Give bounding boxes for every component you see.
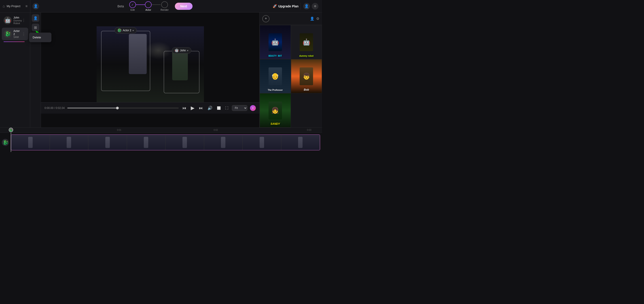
actor-card-dummy[interactable]: 🤖 dummy robot [291, 25, 322, 59]
actor-card-sandy[interactable]: 👧 SANDY [260, 93, 291, 128]
timeline-ruler: 0:01 0:02 0:03 [0, 128, 322, 133]
actor-card-sandy-label: SANDY [260, 122, 291, 126]
step-edit-label: Edit [130, 8, 135, 11]
actor2-avatar-small: 🐉 [118, 28, 122, 32]
rp-user-icon[interactable]: 👤 [310, 16, 314, 21]
actor-card-professor-label: The Professor [260, 89, 291, 91]
menu-icon[interactable]: ≡ [26, 4, 28, 8]
frame-1 [11, 135, 50, 150]
fit-select[interactable]: Fit Fill 100% [232, 105, 247, 111]
user-profile-icon[interactable]: 👤 [303, 3, 310, 9]
playhead[interactable]: 🐉 [11, 133, 11, 152]
topbar-avatar-col: 👤 [30, 0, 41, 12]
actor-card-dummy-label: dummy robot [291, 55, 322, 57]
main-layout: 🤖 John Dummy Robot ⋮ 🐉 Actor 2 SAM ⋮ ➤ ➤ [0, 12, 322, 128]
info-button[interactable]: i [250, 105, 256, 111]
step-render-circle [161, 1, 168, 8]
step-actor-label: Actor [145, 8, 151, 11]
step-connector-1 [136, 4, 145, 5]
fullscreen-button[interactable]: ⛶ [224, 106, 229, 110]
frame-6 [204, 135, 243, 150]
crop-button[interactable]: ⬜ [216, 106, 222, 110]
timeline-track[interactable] [11, 134, 320, 151]
home-icon[interactable]: ⌂ [3, 4, 5, 8]
actor2-box-label: Actor 2 [123, 29, 131, 32]
step-render[interactable]: Render [160, 1, 168, 11]
person-add-icon-btn[interactable]: 👤 [32, 14, 39, 22]
step-actor-circle [145, 1, 152, 8]
progress-bar[interactable] [67, 108, 179, 109]
frame-3 [88, 135, 127, 150]
right-panel-icons: 👤 ⚙ [310, 16, 319, 21]
timeline-content: 🐉 🐉 [0, 133, 322, 152]
frame-5 [166, 135, 204, 150]
topbar-center: Beta Edit Actor Render Next [41, 1, 269, 11]
topbar-right: 🚀 Upgrade Plan 👤 ⚙ [269, 3, 322, 9]
progress-thumb[interactable] [116, 107, 119, 109]
settings-icon[interactable]: ⚙ [312, 3, 318, 9]
topbar: ⌂ My Project ≡ 👤 Beta Edit Actor Render … [0, 0, 322, 12]
frame-4 [127, 135, 166, 150]
topbar-left: ⌂ My Project ≡ [0, 4, 30, 8]
step-edit[interactable]: Edit [129, 1, 136, 11]
actor-card-professor[interactable]: 👴 The Professor [260, 59, 291, 93]
play-button[interactable]: ▶ [190, 105, 196, 111]
actor-box-2: 🤖 John ▾ [164, 51, 200, 93]
rp-settings-icon[interactable]: ⚙ [316, 16, 319, 21]
video-controls: 0:00.00 / 0:02.04 ⏮ ▶ ⏭ 🔊 ⬜ ⛶ Fit Fill 1… [41, 102, 260, 114]
step-edit-circle [129, 1, 136, 8]
john-box-label: John [180, 49, 186, 52]
actor-card-bob[interactable]: 👦 Bob [291, 59, 322, 93]
time-total-value: / 0:02.04 [54, 107, 64, 110]
sidebar-role-actor2: SAM [14, 36, 19, 38]
time-current: 0:00.00 / 0:02.04 [44, 107, 64, 110]
sidebar-item-actor2[interactable]: 🐉 Actor 2 SAM ⋮ ➤ ➤ [2, 28, 28, 40]
step-render-label: Render [160, 8, 168, 11]
frame-2 [50, 135, 88, 150]
skip-forward-button[interactable]: ⏭ [198, 105, 204, 111]
upgrade-label: Upgrade Plan [278, 4, 298, 8]
timeline-frames [11, 135, 320, 150]
time-current-value: 0:00.00 [44, 107, 54, 110]
rocket-icon: 🚀 [272, 4, 277, 8]
context-menu-delete[interactable]: Delete [29, 34, 52, 41]
beta-label: Beta [118, 4, 124, 8]
ruler-mark-3: 0:03 [307, 129, 311, 131]
step-actor[interactable]: Actor [145, 1, 152, 11]
sidebar-more-john[interactable]: ⋮ [21, 18, 26, 23]
grid-icon-btn[interactable]: ⊞ [32, 24, 39, 31]
sidebar-item-john[interactable]: 🤖 John Dummy Robot ⋮ [2, 14, 28, 26]
right-panel-top: + 👤 ⚙ [260, 12, 322, 25]
workflow-steps: Edit Actor Render [129, 1, 168, 11]
add-actor-button[interactable]: + [262, 15, 270, 22]
sidebar-info-john: John Dummy Robot [14, 16, 19, 24]
playhead-head: 🐉 [9, 128, 13, 132]
actor-label-1[interactable]: 🐉 Actor 2 ▾ [114, 27, 137, 33]
sidebar-name-john: John [14, 16, 19, 19]
actor-card-beasty-label: BEASTY BOT [260, 55, 291, 57]
actor-grid: 🤖 BEASTY BOT 🤖 dummy robot 👴 The Profess… [260, 25, 322, 128]
sidebar-more-actor2[interactable]: ⋮ [21, 31, 26, 37]
project-title: My Project [7, 4, 24, 8]
context-menu: Delete [29, 33, 52, 42]
sidebar-progress-bar [4, 41, 24, 42]
sidebar-info-actor2: Actor 2 SAM [14, 29, 19, 38]
upgrade-button[interactable]: 🚀 Upgrade Plan [272, 4, 298, 8]
sidebar-avatar-actor2: 🐉 [4, 30, 12, 38]
actor-card-beasty[interactable]: 🤖 BEASTY BOT [260, 25, 291, 59]
progress-fill [67, 108, 118, 109]
actor-box-1: 🐉 Actor 2 ▾ [101, 31, 150, 91]
timeline: 0:01 0:02 0:03 🐉 🐉 [0, 128, 322, 152]
john-avatar-small: 🤖 [175, 48, 179, 52]
topbar-user-avatar[interactable]: 👤 [32, 3, 39, 9]
sidebar-avatar-john: 🤖 [4, 16, 12, 24]
video-area: 🐉 Actor 2 ▾ 🤖 John ▾ 0:00. [41, 12, 260, 128]
frame-8 [281, 135, 320, 150]
volume-button[interactable]: 🔊 [206, 105, 213, 111]
skip-back-button[interactable]: ⏮ [181, 105, 187, 111]
sidebar-icons-col: 👤 ⊞ ⚙ [30, 12, 41, 128]
next-button[interactable]: Next [175, 3, 192, 10]
actor-label-2[interactable]: 🤖 John ▾ [172, 47, 191, 54]
timeline-avatar: 🐉 [2, 139, 9, 146]
ruler-mark-1: 0:01 [117, 129, 121, 131]
